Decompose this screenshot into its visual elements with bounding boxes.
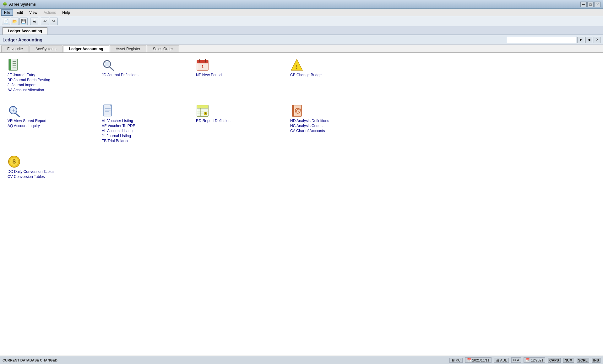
link-bp[interactable]: BP Journal Batch Posting xyxy=(8,78,50,82)
status-date: 📅 2021/11/11 xyxy=(465,357,492,363)
section-report-definition: ✎ RD Report Definition xyxy=(196,104,290,126)
statusbar: CURRENT DATABASE CHANGED 🖥 KC 📅 2021/11/… xyxy=(0,356,603,364)
link-dc[interactable]: DC Daily Conversion Tables xyxy=(8,169,54,174)
icon-block-dc: $ DC Daily Conversion Tables CV Conversi… xyxy=(8,155,95,179)
link-ji[interactable]: JI Journal Import xyxy=(8,83,35,87)
toolbar-print[interactable]: 🖨 xyxy=(30,18,38,25)
tab-ledger-accounting[interactable]: Ledger Accounting xyxy=(63,46,109,52)
icon-block-vl: VL Voucher Listing VF Voucher To PDF AL … xyxy=(102,104,190,144)
section-conversion: $ DC Daily Conversion Tables CV Conversi… xyxy=(8,155,102,181)
icon-block-nd: ND Analysis Definitions NC Analysis Code… xyxy=(290,104,378,134)
svg-rect-22 xyxy=(104,105,111,116)
link-jl[interactable]: JL Journal Listing xyxy=(102,134,131,138)
status-kc-icon: 🖥 xyxy=(451,358,455,362)
tab-favourite[interactable]: Favourite xyxy=(1,46,29,52)
change-budget-icon: ! xyxy=(290,58,303,72)
svg-line-8 xyxy=(110,67,113,70)
daily-conversion-icon: $ xyxy=(8,155,21,168)
tabs-row: Favourite AceSystems Ledger Accounting A… xyxy=(0,45,603,53)
link-rd[interactable]: RD Report Definition xyxy=(196,119,231,123)
link-cb[interactable]: CB Change Budget xyxy=(290,73,323,77)
report-definition-icon: ✎ xyxy=(196,104,209,117)
link-jd[interactable]: JD Journal Definitions xyxy=(102,73,139,77)
status-email: ✉ A xyxy=(511,357,521,363)
link-tb[interactable]: TB Trial Balance xyxy=(102,139,129,143)
link-cv[interactable]: CV Conversion Tables xyxy=(8,174,45,179)
menubar: File Edit View Actions Help xyxy=(0,9,603,16)
status-date-icon: 📅 xyxy=(467,358,471,362)
status-printer-text: AUL xyxy=(500,358,507,362)
link-al[interactable]: AL Account Listing xyxy=(102,129,133,133)
link-ca[interactable]: CA Char of Accounts xyxy=(290,129,325,133)
close-button[interactable]: ✕ xyxy=(594,2,600,7)
toolbar-forward[interactable]: ↪ xyxy=(50,18,58,25)
voucher-listing-icon xyxy=(102,104,115,117)
search-button[interactable]: ▼ xyxy=(577,37,584,43)
menu-edit[interactable]: Edit xyxy=(14,9,26,16)
link-vf[interactable]: VF Voucher To PDF xyxy=(102,124,135,128)
svg-rect-11 xyxy=(197,62,208,63)
status-kc: 🖥 KC xyxy=(449,358,462,363)
link-nc[interactable]: NC Analysis Codes xyxy=(290,124,323,128)
link-vr[interactable]: VR View Stored Report xyxy=(8,119,46,123)
status-printer-icon: 🖨 xyxy=(496,358,499,362)
status-message: CURRENT DATABASE CHANGED xyxy=(3,358,57,362)
link-aq[interactable]: AQ Account Inquiry xyxy=(8,124,40,128)
link-aa[interactable]: AA Account Allocation xyxy=(8,88,44,92)
menu-actions: Actions xyxy=(41,9,59,16)
svg-rect-1 xyxy=(9,59,11,70)
icon-block-vr: VR View Stored Report AQ Account Inquiry xyxy=(8,104,95,129)
ins-badge: INS xyxy=(592,358,600,363)
icon-block-rd: ✎ RD Report Definition xyxy=(196,104,284,124)
status-period: 📅 12/2021 xyxy=(524,357,545,363)
status-email-icon: ✉ xyxy=(513,358,516,362)
menu-file[interactable]: File xyxy=(1,9,13,16)
minimize-button[interactable]: ─ xyxy=(580,2,587,7)
analysis-definitions-icon xyxy=(290,104,303,117)
search-input[interactable] xyxy=(507,37,576,43)
new-period-icon: 1 xyxy=(196,58,209,72)
svg-text:✎: ✎ xyxy=(204,112,207,115)
close-tab-button[interactable]: ✕ xyxy=(594,37,600,43)
content-header-right: ▼ ◀ ✕ xyxy=(507,37,600,43)
link-vl[interactable]: VL Voucher Listing xyxy=(102,119,133,123)
toolbar-save[interactable]: 💾 xyxy=(19,18,28,25)
tab-asset-register[interactable]: Asset Register xyxy=(110,46,146,52)
icon-block-cb: ! CB Change Budget xyxy=(290,58,378,78)
restore-button[interactable]: □ xyxy=(587,2,594,7)
tab-sales-order[interactable]: Sales Order xyxy=(147,46,179,52)
svg-text:$: $ xyxy=(13,158,16,165)
tab-header-area: Ledger Accounting xyxy=(0,26,603,35)
journal-definitions-icon xyxy=(102,58,115,72)
link-np[interactable]: NP New Period xyxy=(196,73,222,77)
status-right: 🖥 KC 📅 2021/11/11 🖨 AUL ✉ A 📅 12/2021 CA… xyxy=(449,357,600,363)
tab-header-ledger[interactable]: Ledger Accounting xyxy=(3,27,47,35)
titlebar: 🌳 ATree Systems ─ □ ✕ xyxy=(0,0,603,9)
journal-entry-icon xyxy=(8,58,21,72)
svg-rect-37 xyxy=(292,105,294,116)
section-row-1: JE Journal Entry BP Journal Batch Postin… xyxy=(8,58,595,95)
nav-prev-button[interactable]: ◀ xyxy=(585,37,592,43)
icon-block-jd: JD Journal Definitions xyxy=(102,58,190,78)
section-analysis: ND Analysis Definitions NC Analysis Code… xyxy=(290,104,384,136)
section-journal-entry: JE Journal Entry BP Journal Batch Postin… xyxy=(8,58,102,95)
status-date-text: 2021/11/11 xyxy=(472,358,490,362)
num-badge: NUM xyxy=(563,358,574,363)
toolbar-back[interactable]: ↩ xyxy=(41,18,49,25)
link-nd[interactable]: ND Analysis Definitions xyxy=(290,119,329,123)
toolbar-open[interactable]: 📂 xyxy=(11,18,19,25)
svg-rect-29 xyxy=(197,105,208,108)
caps-badge: CAPS xyxy=(548,358,561,363)
section-row-3: $ DC Daily Conversion Tables CV Conversi… xyxy=(8,155,595,181)
svg-point-7 xyxy=(105,62,110,67)
svg-rect-24 xyxy=(110,105,111,106)
menu-help[interactable]: Help xyxy=(59,9,73,16)
titlebar-controls: ─ □ ✕ xyxy=(580,2,600,7)
link-je[interactable]: JE Journal Entry xyxy=(8,73,35,77)
tab-acesystems[interactable]: AceSystems xyxy=(30,46,62,52)
menu-view[interactable]: View xyxy=(26,9,40,16)
toolbar-new[interactable]: 📄 xyxy=(2,18,10,25)
view-stored-report-icon xyxy=(8,104,21,117)
svg-line-19 xyxy=(15,113,19,117)
app-icon: 🌳 xyxy=(3,2,7,7)
